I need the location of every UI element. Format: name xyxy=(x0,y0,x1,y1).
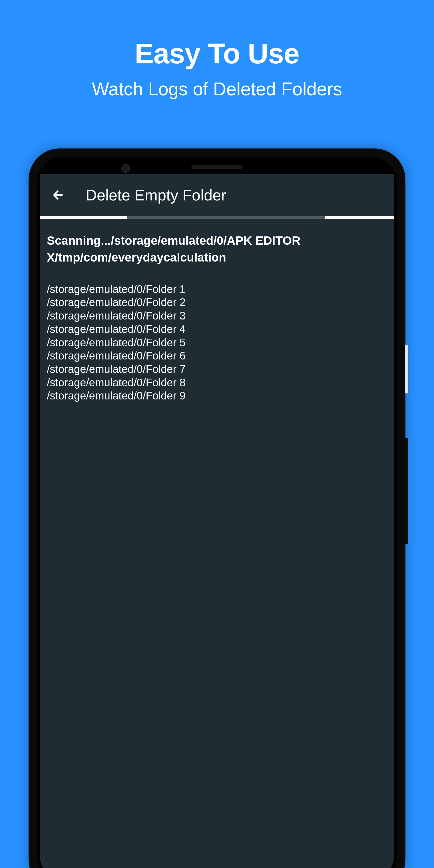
phone-side-button-volume xyxy=(405,438,408,544)
arrow-left-icon xyxy=(51,188,66,203)
back-button[interactable] xyxy=(51,188,66,203)
log-item: /storage/emulated/0/Folder 7 xyxy=(47,363,387,376)
phone-inner: Delete Empty Folder Scanning.../storage/… xyxy=(37,157,397,868)
phone-notch xyxy=(40,160,394,174)
promo-title: Easy To Use xyxy=(0,37,434,70)
app-bar: Delete Empty Folder xyxy=(40,174,394,216)
log-item: /storage/emulated/0/Folder 1 xyxy=(47,283,387,296)
app-title: Delete Empty Folder xyxy=(86,186,226,204)
phone-side-button-power xyxy=(405,345,408,394)
phone-screen: Delete Empty Folder Scanning.../storage/… xyxy=(40,174,394,868)
content-area: Scanning.../storage/emulated/0/APK EDITO… xyxy=(40,219,394,416)
progress-bar xyxy=(40,216,394,219)
speaker-slot xyxy=(191,165,243,169)
log-item: /storage/emulated/0/Folder 8 xyxy=(47,376,387,390)
log-list: /storage/emulated/0/Folder 1 /storage/em… xyxy=(47,283,387,403)
log-item: /storage/emulated/0/Folder 6 xyxy=(47,349,387,363)
log-item: /storage/emulated/0/Folder 2 xyxy=(47,296,387,309)
camera-icon xyxy=(121,164,130,173)
promo-subtitle: Watch Logs of Deleted Folders xyxy=(0,79,434,100)
scanning-status: Scanning.../storage/emulated/0/APK EDITO… xyxy=(47,232,387,266)
log-item: /storage/emulated/0/Folder 4 xyxy=(47,323,387,336)
log-item: /storage/emulated/0/Folder 9 xyxy=(47,389,387,403)
phone-frame: Delete Empty Folder Scanning.../storage/… xyxy=(29,149,405,868)
progress-fill-left xyxy=(40,216,127,219)
log-item: /storage/emulated/0/Folder 5 xyxy=(47,336,387,349)
promo-header: Easy To Use Watch Logs of Deleted Folder… xyxy=(0,0,434,100)
log-item: /storage/emulated/0/Folder 3 xyxy=(47,309,387,323)
progress-fill-right xyxy=(325,216,394,219)
